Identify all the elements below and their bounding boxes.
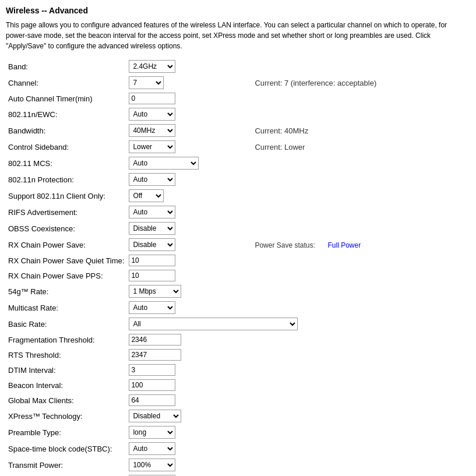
preamble-label: Preamble Type:: [6, 424, 126, 440]
rifs-select[interactable]: AutoOnOff: [129, 206, 175, 218]
multicast-label: Multicast Rate:: [6, 299, 126, 316]
multicast-select[interactable]: Auto1 Mbps2 Mbps5.5 Mbps11 Mbps: [129, 301, 175, 314]
table-row: Support 802.11n Client Only: OnOff: [6, 188, 470, 204]
rx-chain-ps-pps-label: RX Chain Power Save PPS:: [6, 268, 126, 283]
channel-current: Current: 7 (interference: acceptable): [243, 75, 470, 91]
band-select[interactable]: 2.4GHz 5GHz: [129, 60, 175, 73]
beacon-label: Beacon Interval:: [6, 378, 126, 393]
rate-54g-select[interactable]: 1 Mbps2 Mbps5.5 Mbps11 MbpsAuto: [129, 285, 181, 298]
auto-channel-timer-input[interactable]: [129, 93, 175, 104]
table-row: OBSS Coexistence: DisableEnable: [6, 220, 470, 237]
table-row: Space-time block code(STBC): AutoOnOff: [6, 440, 470, 457]
table-row: Transmit Power: 100%75%50%25%: [6, 457, 470, 473]
dtim-input[interactable]: [129, 364, 175, 376]
table-row: DTIM Interval:: [6, 362, 470, 378]
global-max-clients-label: Global Max Clients:: [6, 393, 126, 408]
page-description: This page allows you to configure advanc…: [6, 20, 470, 51]
rx-chain-ps-quiet-input[interactable]: [129, 255, 175, 266]
rx-chain-ps-pps-input[interactable]: [129, 270, 175, 281]
table-row: Fragmentation Threshold:: [6, 332, 470, 347]
support-11n-select[interactable]: OnOff: [129, 189, 164, 202]
rifs-label: RIFS Advertisement:: [6, 204, 126, 220]
xpress-label: XPress™ Technology:: [6, 408, 126, 424]
basic-rate-select[interactable]: DefaultAll1-2Mbps: [129, 318, 298, 330]
rx-chain-ps-select[interactable]: DisableEnable: [129, 238, 175, 251]
table-row: Global Max Clients:: [6, 393, 470, 408]
protection-select[interactable]: AutoOnOff: [129, 173, 175, 186]
frag-threshold-input[interactable]: [129, 334, 181, 345]
xpress-select[interactable]: DisabledEnabled: [129, 410, 181, 422]
bandwidth-current: Current: 40MHz: [243, 122, 470, 139]
table-row: Beacon Interval:: [6, 378, 470, 393]
ewc-label: 802.11n/EWC:: [6, 106, 126, 122]
dtim-label: DTIM Interval:: [6, 362, 126, 378]
rts-threshold-label: RTS Threshold:: [6, 347, 126, 362]
protection-label: 802.11n Protection:: [6, 171, 126, 188]
settings-table: Band: 2.4GHz 5GHz Channel: 1234567891011…: [6, 58, 470, 476]
obss-select[interactable]: DisableEnable: [129, 222, 175, 235]
table-row: 802.11 MCS: Auto0123456789101112131415: [6, 155, 470, 171]
table-row: RX Chain Power Save PPS:: [6, 268, 470, 283]
table-row: Channel: 1234567891011Auto Current: 7 (i…: [6, 75, 470, 91]
table-row: Control Sideband: LowerUpper Current: Lo…: [6, 139, 470, 155]
transmit-power-label: Transmit Power:: [6, 457, 126, 473]
control-sideband-select[interactable]: LowerUpper: [129, 140, 175, 153]
wmm-label: WMM(Wi-Fi Multimedia):: [6, 473, 126, 476]
table-row: 802.11n/EWC: AutoOnOff: [6, 106, 470, 122]
table-row: Preamble Type: longshort: [6, 424, 470, 440]
ewc-select[interactable]: AutoOnOff: [129, 108, 175, 121]
bandwidth-select[interactable]: 20MHz40MHz: [129, 124, 175, 137]
band-label: Band:: [6, 58, 126, 75]
table-row: XPress™ Technology: DisabledEnabled: [6, 408, 470, 424]
table-row: 802.11n Protection: AutoOnOff: [6, 171, 470, 188]
stbc-select[interactable]: AutoOnOff: [129, 442, 175, 455]
beacon-input[interactable]: [129, 379, 175, 391]
table-row: WMM(Wi-Fi Multimedia): EnabledDisabled: [6, 473, 470, 476]
control-sideband-current: Current: Lower: [243, 139, 470, 155]
power-save-status-value: Full Power: [327, 241, 361, 249]
global-max-clients-input[interactable]: [129, 394, 175, 406]
basic-rate-label: Basic Rate:: [6, 316, 126, 332]
table-row: Bandwidth: 20MHz40MHz Current: 40MHz: [6, 122, 470, 139]
rx-chain-ps-quiet-label: RX Chain Power Save Quiet Time:: [6, 253, 126, 268]
table-row: RTS Threshold:: [6, 347, 470, 362]
table-row: RIFS Advertisement: AutoOnOff: [6, 204, 470, 220]
support-11n-label: Support 802.11n Client Only:: [6, 188, 126, 204]
frag-threshold-label: Fragmentation Threshold:: [6, 332, 126, 347]
stbc-label: Space-time block code(STBC):: [6, 440, 126, 457]
page-title: Wireless -- Advanced: [6, 6, 470, 15]
table-row: 54g™ Rate: 1 Mbps2 Mbps5.5 Mbps11 MbpsAu…: [6, 283, 470, 299]
power-save-status-label: Power Save status:: [255, 241, 315, 249]
bandwidth-label: Bandwidth:: [6, 122, 126, 139]
mcs-select[interactable]: Auto0123456789101112131415: [129, 157, 199, 170]
auto-channel-timer-label: Auto Channel Timer(min): [6, 91, 126, 106]
table-row: Basic Rate: DefaultAll1-2Mbps: [6, 316, 470, 332]
channel-select[interactable]: 1234567891011Auto: [129, 76, 164, 89]
table-row: RX Chain Power Save: DisableEnable Power…: [6, 237, 470, 253]
obss-label: OBSS Coexistence:: [6, 220, 126, 237]
rx-chain-ps-label: RX Chain Power Save:: [6, 237, 126, 253]
mcs-label: 802.11 MCS:: [6, 155, 126, 171]
transmit-power-select[interactable]: 100%75%50%25%: [129, 459, 175, 471]
preamble-select[interactable]: longshort: [129, 426, 175, 439]
table-row: Auto Channel Timer(min): [6, 91, 470, 106]
table-row: RX Chain Power Save Quiet Time:: [6, 253, 470, 268]
rts-threshold-input[interactable]: [129, 349, 181, 361]
table-row: Multicast Rate: Auto1 Mbps2 Mbps5.5 Mbps…: [6, 299, 470, 316]
control-sideband-label: Control Sideband:: [6, 139, 126, 155]
table-row: Band: 2.4GHz 5GHz: [6, 58, 470, 75]
channel-label: Channel:: [6, 75, 126, 91]
rate-54g-label: 54g™ Rate:: [6, 283, 126, 299]
